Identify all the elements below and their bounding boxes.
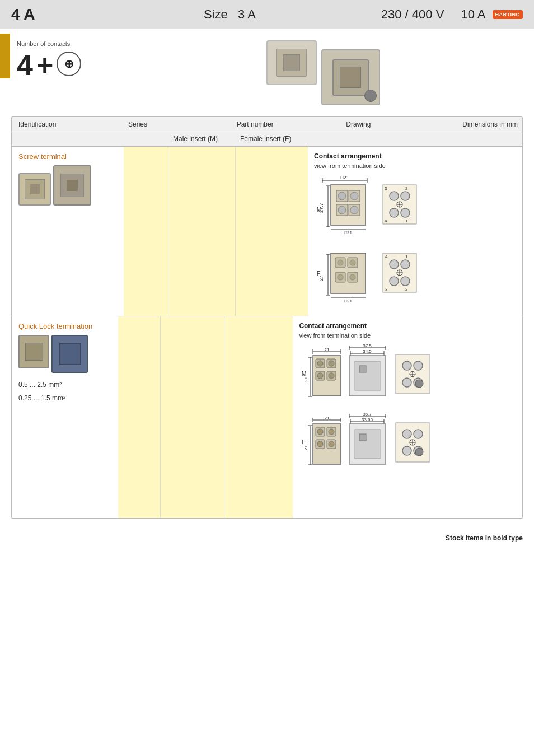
ql-drawing-row-m: M 37.5 34.5 — [299, 343, 432, 405]
drawing-m-svg: □21 M 27.7 — [314, 174, 376, 235]
svg-point-22 — [401, 192, 410, 200]
svg-point-21 — [390, 192, 399, 200]
col-header-identification: Identification — [12, 120, 124, 128]
ground-symbol: ⊕ — [57, 52, 81, 76]
ql-drawing-row-f: F 36.7 33.65 — [299, 412, 432, 473]
svg-rect-135 — [415, 448, 423, 456]
svg-point-121 — [329, 429, 334, 435]
svg-point-45 — [350, 274, 355, 280]
svg-text:21: 21 — [325, 347, 330, 352]
brand-logo: HARTING — [493, 10, 523, 19]
current-value: 10 A — [461, 7, 485, 22]
connector-part-2 — [321, 49, 380, 105]
cell-drawing-1: Contact arrangement view from terminatio… — [308, 147, 433, 316]
table-sub-header: Male insert (M) Female insert (F) — [12, 132, 522, 147]
svg-point-43 — [350, 260, 355, 265]
svg-point-128 — [402, 430, 411, 438]
part-number-header: Part number — [168, 120, 341, 128]
svg-rect-88 — [359, 366, 366, 372]
contacts-number: 4 — [17, 50, 33, 80]
svg-point-24 — [401, 208, 410, 217]
svg-rect-126 — [359, 434, 366, 441]
svg-text:□21: □21 — [344, 298, 352, 304]
svg-rect-125 — [355, 430, 380, 459]
header-size: Size 3 A — [78, 7, 381, 22]
screw-terminal-image — [18, 165, 117, 206]
cell-identification-2: Quick Lock termination 0.5 ... 2.5 mm² 0… — [12, 316, 118, 518]
contact-count-area: Number of contacts 4 + ⊕ — [17, 40, 129, 80]
drawing-row-f: F 27 — [314, 242, 427, 304]
svg-rect-9 — [331, 185, 366, 225]
svg-point-42 — [338, 260, 343, 265]
svg-text:27: 27 — [318, 276, 324, 281]
drawing-row-m: □21 M 27.7 — [314, 174, 427, 235]
cell-drawing-2: Contact arrangement view from terminatio… — [293, 316, 438, 518]
table-header: Identification Series Part number Drawin… — [12, 117, 522, 132]
sub-col-identification — [12, 135, 124, 143]
cell-dimensions-1 — [433, 147, 522, 316]
cell-series-1 — [124, 147, 168, 316]
svg-point-91 — [414, 361, 423, 370]
cell-male-2 — [161, 316, 224, 518]
svg-rect-97 — [415, 380, 423, 388]
svg-point-123 — [329, 441, 334, 447]
drawing-subtitle-2: view from termination side — [299, 332, 432, 339]
cell-male-1 — [168, 147, 236, 316]
size-value-1: 0.5 ... 2.5 mm² — [18, 381, 111, 389]
svg-text:4: 4 — [385, 218, 387, 223]
svg-point-44 — [338, 274, 343, 280]
drawing-f-svg: F 27 — [314, 242, 376, 304]
svg-text:F: F — [302, 439, 305, 445]
svg-point-129 — [414, 430, 423, 438]
contact-layout-f: 4 1 3 2 — [380, 250, 419, 295]
svg-point-17 — [350, 206, 358, 214]
product-image-area — [129, 40, 517, 105]
svg-point-52 — [401, 277, 410, 286]
cell-female-1 — [236, 147, 308, 316]
col-header-series: Series — [124, 120, 168, 128]
sub-col-male: Male insert (M) — [168, 135, 236, 143]
ql-f-group: F 36.7 33.65 — [299, 412, 432, 473]
footer-note: Stock items in bold type — [0, 530, 534, 547]
drawing-title-2: Contact arrangement — [299, 322, 432, 330]
contacts-value: 4 + ⊕ — [17, 50, 129, 80]
accent-bar — [0, 34, 10, 78]
ql-m-main-svg: M 37.5 34.5 — [299, 343, 388, 405]
svg-text:□21: □21 — [340, 175, 349, 180]
page-header: 4 A Size 3 A 230 / 400 V 10 A HARTING — [0, 0, 534, 29]
svg-text:3: 3 — [385, 186, 387, 191]
plus-sign: + — [36, 50, 53, 80]
row-title-1: Screw terminal — [18, 152, 117, 161]
cell-dimensions-2 — [438, 316, 522, 518]
svg-point-49 — [390, 260, 399, 269]
header-current: 4 A — [11, 6, 78, 24]
svg-point-15 — [350, 192, 358, 200]
svg-text:34.5: 34.5 — [363, 349, 372, 354]
header-specs: 230 / 400 V 10 A HARTING — [381, 7, 523, 22]
svg-point-83 — [329, 361, 334, 366]
size-info-1: 0.5 ... 2.5 mm² 0.25 ... 1.5 mm² — [18, 381, 111, 402]
svg-point-120 — [317, 429, 323, 435]
svg-text:3: 3 — [385, 287, 388, 292]
drawing-f-group: F 27 — [314, 242, 419, 304]
sub-col-series — [124, 135, 168, 143]
svg-text:36.7: 36.7 — [363, 412, 372, 417]
col-header-drawing: Drawing — [341, 120, 433, 128]
row-title-2: Quick Lock termination — [18, 322, 111, 330]
table-row: Quick Lock termination 0.5 ... 2.5 mm² 0… — [12, 316, 522, 518]
svg-point-14 — [338, 192, 346, 200]
connector-part-1 — [266, 40, 317, 85]
svg-text:4: 4 — [385, 254, 388, 259]
svg-point-130 — [402, 446, 411, 455]
ql-f-main-svg: F 36.7 33.65 — [299, 412, 388, 473]
svg-text:1: 1 — [405, 254, 408, 259]
cell-female-2 — [224, 316, 293, 518]
svg-text:37.5: 37.5 — [363, 343, 372, 348]
contact-layout-m: 2 3 1 4 — [380, 182, 419, 227]
sub-col-drawing — [308, 135, 433, 143]
info-area: Number of contacts 4 + ⊕ — [0, 29, 534, 111]
col-header-dimensions: Dimensions in mm — [433, 120, 522, 128]
ql-m-group: M 37.5 34.5 — [299, 343, 432, 405]
svg-point-122 — [317, 441, 323, 447]
svg-point-50 — [401, 260, 410, 269]
